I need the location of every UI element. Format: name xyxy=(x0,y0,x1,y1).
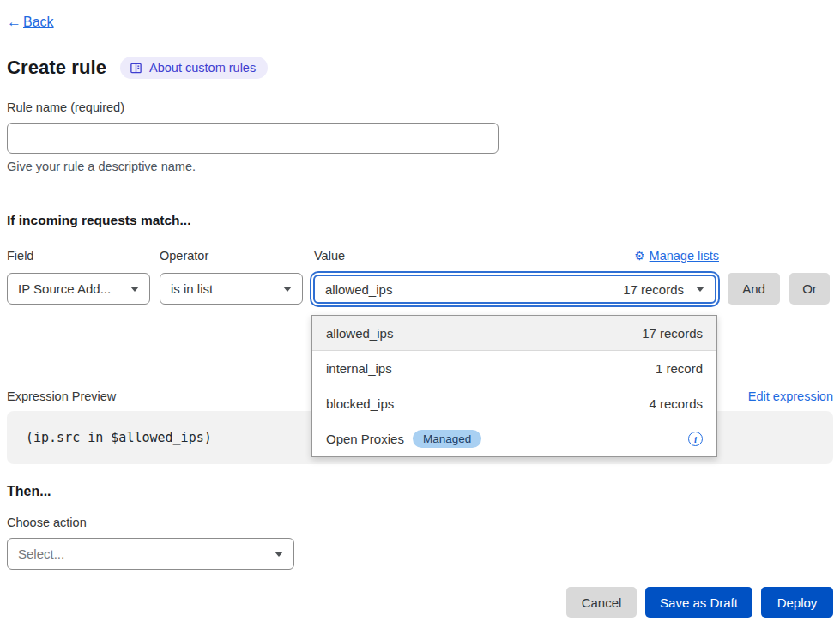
back-arrow-icon: ← xyxy=(7,14,21,31)
list-item-blocked-ips[interactable]: blocked_ips 4 records xyxy=(312,386,716,421)
rule-name-helper: Give your rule a descriptive name. xyxy=(7,160,196,173)
value-select-meta: 17 records xyxy=(623,282,684,297)
and-button[interactable]: And xyxy=(728,273,780,305)
list-item-name: internal_ips xyxy=(326,361,392,376)
book-icon xyxy=(130,62,142,75)
field-select-value: IP Source Add... xyxy=(18,281,111,296)
expression-code: (ip.src in $allowed_ips) xyxy=(26,430,212,445)
match-heading: If incoming requests match... xyxy=(7,213,190,228)
operator-select[interactable]: is in list xyxy=(160,273,303,305)
cancel-button[interactable]: Cancel xyxy=(566,587,637,618)
operator-select-value: is in list xyxy=(171,281,213,296)
about-custom-rules-link[interactable]: About custom rules xyxy=(120,57,268,79)
list-item-meta: 1 record xyxy=(656,361,703,376)
chevron-down-icon xyxy=(283,287,292,292)
rule-name-label: Rule name (required) xyxy=(7,100,124,114)
field-select[interactable]: IP Source Add... xyxy=(7,273,150,305)
managed-badge: Managed xyxy=(413,430,481,448)
list-item-name: allowed_ips xyxy=(326,326,393,341)
choose-action-label: Choose action xyxy=(7,516,87,529)
manage-lists-link[interactable]: ⚙ Manage lists xyxy=(634,249,719,263)
info-icon[interactable]: i xyxy=(688,432,703,446)
expression-preview-label: Expression Preview xyxy=(7,389,116,403)
section-divider xyxy=(0,196,840,196)
edit-expression-link[interactable]: Edit expression xyxy=(748,389,833,403)
action-select[interactable]: Select... xyxy=(7,538,294,570)
chevron-down-icon xyxy=(130,287,139,292)
value-select[interactable]: allowed_ips 17 records xyxy=(313,275,716,304)
list-dropdown-menu: allowed_ips 17 records internal_ips 1 re… xyxy=(311,315,717,457)
page-title: Create rule xyxy=(7,57,106,79)
value-label: Value xyxy=(314,249,345,263)
list-item-allowed-ips[interactable]: allowed_ips 17 records xyxy=(312,316,716,351)
chevron-down-icon xyxy=(696,287,704,292)
manage-lists-label: Manage lists xyxy=(650,249,719,263)
list-item-meta: 4 records xyxy=(649,396,703,411)
back-link-label: Back xyxy=(23,15,54,30)
save-as-draft-button[interactable]: Save as Draft xyxy=(645,587,752,618)
list-item-name: Open Proxies xyxy=(326,432,404,446)
field-label: Field xyxy=(7,249,33,263)
list-item-name: blocked_ips xyxy=(326,396,394,411)
deploy-button[interactable]: Deploy xyxy=(761,587,833,618)
chevron-down-icon xyxy=(275,552,283,557)
list-item-open-proxies[interactable]: Open Proxies Managed i xyxy=(312,421,716,456)
value-select-selected: allowed_ips xyxy=(325,282,392,297)
back-link[interactable]: ← Back xyxy=(7,14,54,31)
about-badge-label: About custom rules xyxy=(149,61,256,75)
then-heading: Then... xyxy=(7,484,51,499)
create-rule-page: ← Back Create rule About custom rules Ru… xyxy=(0,0,840,634)
rule-name-input[interactable] xyxy=(7,123,499,154)
list-item-meta: 17 records xyxy=(642,326,703,341)
operator-label: Operator xyxy=(160,249,208,263)
list-item-internal-ips[interactable]: internal_ips 1 record xyxy=(312,351,716,386)
action-select-placeholder: Select... xyxy=(18,546,64,561)
or-button[interactable]: Or xyxy=(789,273,830,305)
gear-icon: ⚙ xyxy=(634,249,645,263)
title-row: Create rule About custom rules xyxy=(7,57,268,79)
